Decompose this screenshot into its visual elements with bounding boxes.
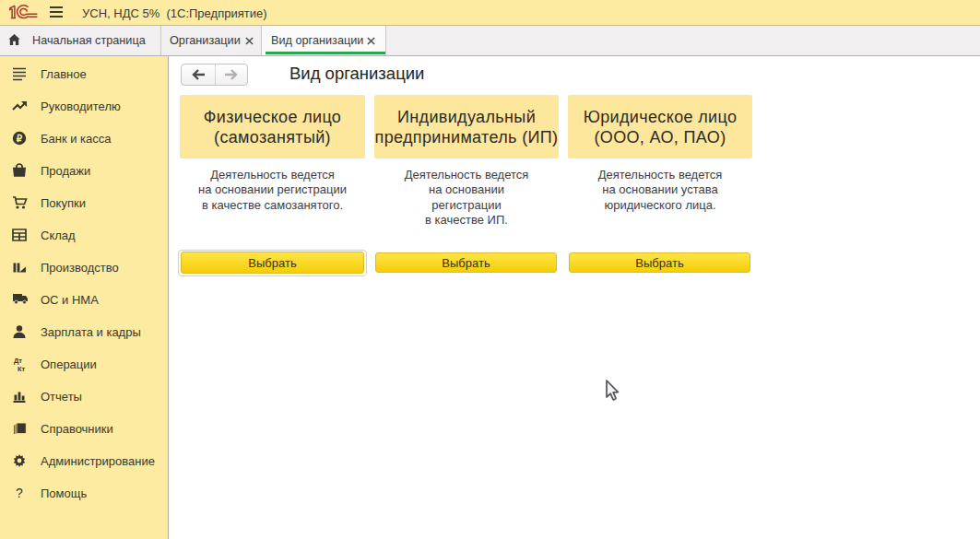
svg-text:₽: ₽	[17, 133, 23, 143]
svg-text:Дт: Дт	[14, 357, 22, 365]
svg-text:?: ?	[16, 486, 23, 500]
svg-text:Кт: Кт	[18, 365, 26, 372]
